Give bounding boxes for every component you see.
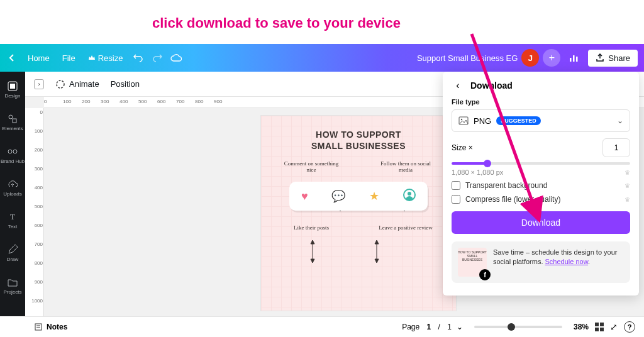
collapse-panel-button[interactable]: › — [34, 79, 44, 89]
facebook-icon: f — [479, 269, 491, 280]
ruler-tick: 300 — [101, 99, 109, 104]
sidebar-item-brandhub[interactable]: Brand Hub — [0, 140, 25, 170]
projects-icon — [7, 277, 18, 288]
filetype-select[interactable]: PNG SUGGESTED ⌄ — [452, 109, 630, 132]
image-icon — [458, 116, 469, 125]
design-thumbnail: HOW TO SUPPORT SMALL BUSINESSESf — [458, 248, 487, 277]
schedule-promo: HOW TO SUPPORT SMALL BUSINESSESf Save ti… — [452, 241, 630, 283]
top-menu-bar: Home File Resize Support Small Business … — [0, 44, 644, 72]
share-button[interactable]: Share — [588, 50, 638, 67]
elements-icon — [7, 113, 18, 124]
ruler-tick: 1000 — [26, 298, 43, 304]
help-button[interactable]: ? — [624, 321, 635, 333]
file-menu[interactable]: File — [56, 50, 82, 67]
ruler-tick: 0 — [44, 99, 47, 104]
text-icon: T — [7, 211, 18, 223]
filetype-value: PNG — [474, 116, 491, 126]
ruler-tick: 800 — [26, 260, 43, 266]
undo-button[interactable] — [129, 48, 148, 67]
schedule-now-link[interactable]: Schedule now — [545, 258, 589, 265]
compress-checkbox[interactable] — [452, 195, 460, 204]
add-member-button[interactable]: + — [543, 49, 560, 67]
design-icon — [7, 80, 18, 92]
uploads-icon — [7, 179, 18, 190]
svg-point-10 — [57, 80, 64, 88]
transparent-bg-checkbox[interactable] — [452, 181, 460, 190]
analytics-icon[interactable] — [564, 48, 583, 67]
size-slider[interactable] — [452, 162, 630, 165]
option-label: Compress file (lower quality) — [465, 195, 560, 204]
brandhub-icon — [7, 146, 18, 157]
option-label: Transparent background — [465, 181, 547, 190]
zoom-slider-knob[interactable] — [508, 323, 515, 331]
grid-view-button[interactable] — [595, 323, 604, 331]
resize-label: Resize — [98, 53, 123, 63]
animate-label: Animate — [69, 79, 99, 89]
crown-icon: ♛ — [625, 196, 630, 203]
ruler-tick: 0 — [26, 109, 43, 115]
slider-knob[interactable] — [484, 160, 491, 167]
bottom-bar: Notes Page 1 / 1⌄ 38% ⤢ ? — [25, 316, 644, 337]
svg-point-26 — [461, 119, 462, 120]
back-chevron-icon[interactable] — [6, 52, 18, 64]
panel-back-button[interactable]: ‹ — [452, 79, 464, 92]
download-button[interactable]: Download — [452, 211, 630, 234]
sidebar-item-uploads[interactable]: Uploads — [0, 172, 25, 202]
svg-point-8 — [8, 150, 12, 153]
sidebar-item-label: Text — [8, 224, 18, 229]
size-input[interactable] — [602, 138, 630, 157]
heart-icon: ♥ — [301, 190, 308, 203]
cloud-sync-icon[interactable] — [167, 48, 186, 67]
ruler-tick: 700 — [26, 241, 43, 247]
crown-icon: ♛ — [625, 169, 630, 176]
notes-icon — [34, 323, 43, 331]
page-indicator[interactable]: Page 1 / 1⌄ — [402, 323, 463, 331]
callout-review: Leave a positive review — [377, 224, 434, 231]
svg-point-6 — [9, 115, 13, 119]
crown-icon: ♛ — [625, 182, 630, 189]
sidebar-item-label: Elements — [2, 126, 23, 131]
notes-button[interactable]: Notes — [34, 323, 67, 331]
svg-marker-18 — [311, 240, 314, 244]
chevron-down-icon: ⌄ — [457, 323, 463, 331]
ruler-tick: 200 — [82, 99, 90, 104]
compress-option[interactable]: Compress file (lower quality)♛ — [452, 195, 630, 204]
zoom-slider[interactable] — [474, 326, 562, 328]
document-title[interactable]: Support Small Business EG — [417, 53, 518, 63]
zoom-level[interactable]: 38% — [574, 323, 589, 331]
resize-menu[interactable]: Resize — [82, 50, 130, 67]
svg-marker-19 — [311, 259, 314, 263]
callout-follow: Follow them on social media — [377, 160, 434, 173]
ruler-tick: 600 — [26, 223, 43, 228]
notes-label: Notes — [47, 323, 67, 331]
sidebar-item-elements[interactable]: Elements — [0, 107, 25, 137]
sidebar-item-design[interactable]: Design — [0, 74, 25, 104]
user-avatar[interactable]: J — [521, 49, 539, 67]
sidebar-item-label: Draw — [7, 257, 19, 262]
svg-marker-21 — [375, 240, 379, 244]
svg-point-24 — [408, 192, 411, 196]
animate-button[interactable]: Animate — [55, 79, 99, 89]
chevron-down-icon: ⌄ — [617, 116, 623, 125]
filetype-label: File type — [452, 98, 630, 106]
svg-rect-27 — [35, 324, 42, 330]
ruler-tick: 400 — [119, 99, 128, 104]
sidebar-item-projects[interactable]: Projects — [0, 270, 25, 301]
animate-icon — [55, 79, 65, 89]
svg-rect-2 — [573, 55, 575, 62]
sidebar-item-draw[interactable]: Draw — [0, 238, 25, 268]
ruler-tick: 200 — [26, 147, 43, 153]
redo-button[interactable] — [148, 48, 167, 67]
svg-point-9 — [13, 150, 17, 153]
ruler-tick: 500 — [26, 204, 43, 209]
transparent-bg-option[interactable]: Transparent background♛ — [452, 181, 630, 190]
fullscreen-button[interactable]: ⤢ — [610, 322, 618, 332]
vertical-ruler: 0 100 200 300 400 500 600 700 800 900 10… — [25, 108, 44, 316]
draw-icon — [7, 244, 18, 255]
person-circle-icon — [403, 189, 416, 204]
position-button[interactable]: Position — [111, 79, 140, 89]
sidebar-item-text[interactable]: TText — [0, 205, 25, 235]
design-canvas[interactable]: HOW TO SUPPORTSMALL BUSINESSES Comment o… — [261, 116, 456, 311]
icon-bar: ♥ 💬 ★ — [289, 182, 428, 211]
home-button[interactable]: Home — [21, 50, 56, 67]
